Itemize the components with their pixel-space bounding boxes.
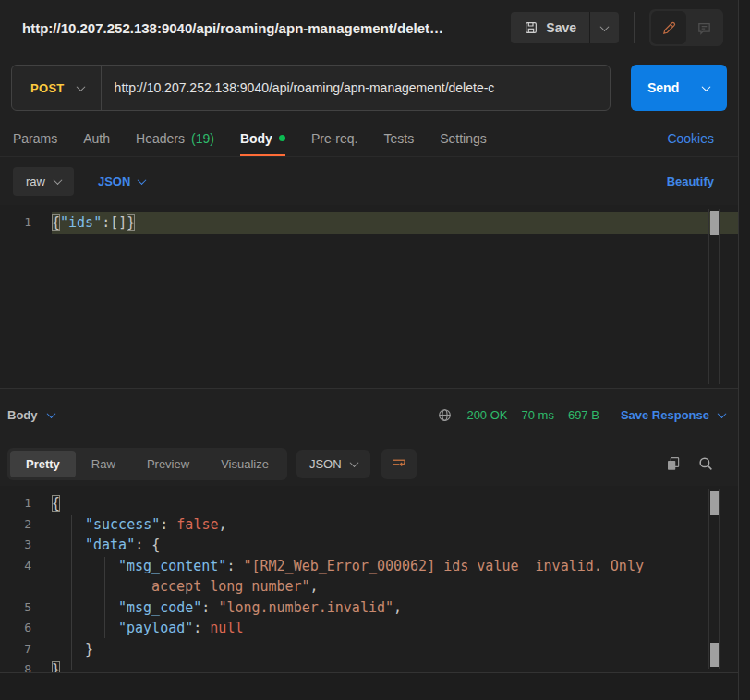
line-number: 1 xyxy=(0,212,52,234)
code-content: accept long number", xyxy=(52,576,738,597)
scrollbar-thumb[interactable] xyxy=(710,211,719,235)
code-token: } xyxy=(52,661,60,672)
tab-auth[interactable]: Auth xyxy=(83,120,110,156)
line-number: 4 xyxy=(0,556,52,577)
url-box: POST http://10.207.252.138:9040/api/roam… xyxy=(11,65,611,111)
url-row: POST http://10.207.252.138:9040/api/roam… xyxy=(0,55,738,120)
save-response-label: Save Response xyxy=(621,408,709,422)
code-line: 1{ xyxy=(0,493,738,514)
toolbar-divider xyxy=(634,12,635,43)
code-content: } xyxy=(52,639,738,660)
code-token: "[RM2_Web_Error_000062] ids value invali… xyxy=(243,558,643,574)
main-pane: http://10.207.252.138:9040/api/roaming/a… xyxy=(0,0,739,700)
url-input[interactable]: http://10.207.252.138:9040/api/roaming/a… xyxy=(102,66,610,110)
network-globe-icon[interactable] xyxy=(437,407,453,423)
code-line: 8} xyxy=(0,659,738,672)
tab-tests[interactable]: Tests xyxy=(383,120,414,156)
line-number: 2 xyxy=(0,514,52,536)
code-token: false xyxy=(176,516,218,533)
format-dropdown[interactable]: JSON xyxy=(98,175,145,188)
line-number xyxy=(0,576,52,597)
status-badge: 200 OK xyxy=(466,408,507,422)
tab-label: Body xyxy=(240,131,272,146)
indent-guide xyxy=(104,557,105,638)
code-line: 6"payload": null xyxy=(0,618,738,639)
code-token: : { xyxy=(135,537,160,553)
code-content: "payload": null xyxy=(52,618,738,639)
request-tabs: Params Auth Headers (19) Body Pre-req. T… xyxy=(0,120,738,157)
tab-pre-request[interactable]: Pre-req. xyxy=(311,120,358,156)
view-raw[interactable]: Raw xyxy=(76,451,131,477)
code-token: "ids" xyxy=(60,214,102,231)
view-preview[interactable]: Preview xyxy=(131,451,205,477)
code-line: accept long number", xyxy=(0,576,738,597)
response-body-viewer[interactable]: 1{2"success": false,3"data": {4"msg_cont… xyxy=(0,486,738,672)
cookies-link[interactable]: Cookies xyxy=(667,131,725,146)
line-number: 6 xyxy=(0,618,52,639)
comment-icon xyxy=(696,20,712,36)
wrap-lines-toggle[interactable] xyxy=(381,449,417,479)
pencil-icon xyxy=(661,20,677,36)
save-button[interactable]: Save xyxy=(511,12,589,43)
chevron-down-icon xyxy=(54,175,63,185)
response-time: 70 ms xyxy=(522,408,554,422)
code-token: : xyxy=(193,620,210,636)
beautify-link[interactable]: Beautify xyxy=(667,175,714,188)
response-view-tabs: Pretty Raw Preview Visualize xyxy=(7,448,287,480)
tab-params[interactable]: Params xyxy=(13,120,57,156)
scrollbar-thumb[interactable] xyxy=(710,643,719,667)
method-label: POST xyxy=(30,81,65,95)
tab-label: Tests xyxy=(383,131,414,146)
chevron-down-icon xyxy=(718,409,727,418)
code-content: {"ids":[]} xyxy=(52,212,738,234)
save-button-label: Save xyxy=(546,20,576,35)
send-split-button: Send xyxy=(631,65,727,111)
save-options-button[interactable] xyxy=(589,12,619,43)
send-options-button[interactable] xyxy=(690,85,721,91)
tab-body[interactable]: Body xyxy=(240,120,285,156)
chevron-down-icon xyxy=(138,175,147,185)
code-token: "payload" xyxy=(118,620,193,636)
method-dropdown[interactable]: POST xyxy=(12,66,101,110)
request-editor-scrollbar xyxy=(708,209,720,384)
send-button[interactable]: Send xyxy=(631,80,690,95)
edit-comment-group xyxy=(649,9,723,46)
code-token: "msg_content" xyxy=(118,558,226,574)
save-response-button[interactable]: Save Response xyxy=(621,408,725,422)
code-line: 5"msg_code": "long.number.invalid", xyxy=(0,597,738,619)
comment-button[interactable] xyxy=(686,11,721,44)
line-number: 8 xyxy=(0,659,52,672)
topbar-actions: Save xyxy=(511,9,723,46)
code-token: "msg_code" xyxy=(118,599,201,616)
tab-settings[interactable]: Settings xyxy=(440,120,487,156)
raw-type-dropdown[interactable]: raw xyxy=(13,167,74,196)
request-header-bar: http://10.207.252.138:9040/api/roaming/a… xyxy=(0,0,738,55)
response-size: 697 B xyxy=(568,408,599,422)
copy-icon[interactable] xyxy=(665,455,682,472)
indent-guide xyxy=(71,515,72,670)
tab-headers[interactable]: Headers (19) xyxy=(136,120,214,156)
code-content: "success": false, xyxy=(52,514,738,536)
response-meta-bar: Body 200 OK 70 ms 697 B Save Response xyxy=(0,388,738,441)
view-pretty[interactable]: Pretty xyxy=(10,451,76,477)
chevron-down-icon xyxy=(349,458,358,467)
response-tools xyxy=(665,455,714,472)
tab-label: Params xyxy=(13,131,57,146)
code-token: , xyxy=(219,516,227,533)
chevron-down-icon xyxy=(46,409,55,418)
response-format-dropdown[interactable]: JSON xyxy=(296,450,370,478)
headers-count-badge: (19) xyxy=(191,131,214,146)
view-visualize[interactable]: Visualize xyxy=(205,451,284,477)
response-body-label: Body xyxy=(7,408,38,422)
code-content: "msg_code": "long.number.invalid", xyxy=(52,597,738,619)
edit-button[interactable] xyxy=(651,11,686,44)
code-token: , xyxy=(393,599,402,616)
response-body-dropdown[interactable]: Body xyxy=(7,408,54,422)
request-body-editor[interactable]: 1{"ids":[]} xyxy=(0,205,738,388)
code-token: } xyxy=(85,641,93,658)
scrollbar-thumb[interactable] xyxy=(710,491,719,515)
search-icon[interactable] xyxy=(697,455,714,472)
request-title: http://10.207.252.138:9040/api/roaming/a… xyxy=(22,20,443,36)
status-footer xyxy=(0,672,738,700)
response-editor-scrollbar xyxy=(708,489,720,669)
